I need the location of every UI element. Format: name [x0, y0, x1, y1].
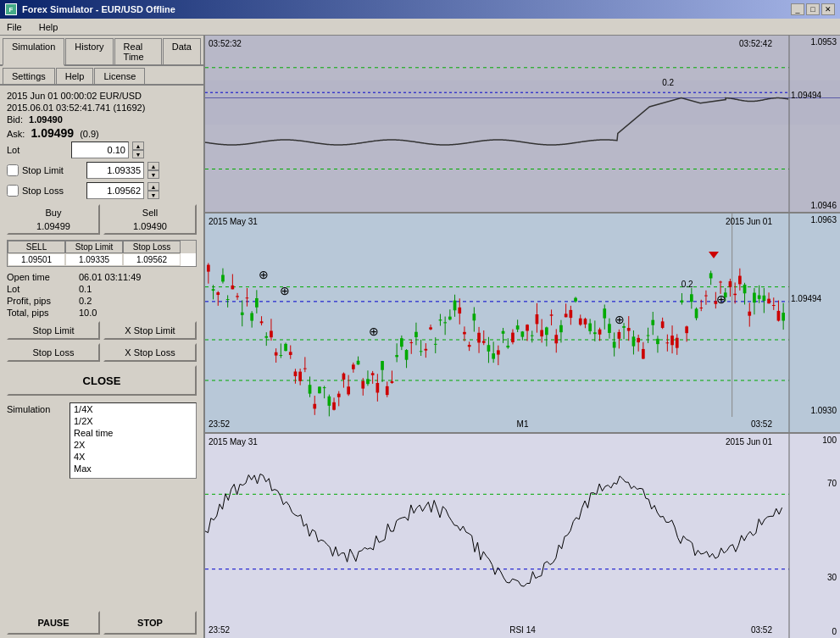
chart-bot-level-100: 100 [822, 436, 837, 445]
sell-button[interactable]: Sell 1.09490 [103, 204, 197, 235]
menu-bar: File Help [0, 19, 840, 36]
order-col-stoploss: Stop Loss [123, 241, 181, 253]
chart-bot-date-right: 2015 Jun 01 [726, 437, 772, 447]
bottom-buttons: PAUSE STOP [0, 607, 203, 638]
lot-row: Lot ▲ ▼ [7, 141, 197, 158]
stop-limit-label: Stop Limit [22, 165, 83, 175]
stop-loss-label: Stop Loss [22, 186, 83, 196]
buy-price: 1.09499 [36, 221, 70, 231]
chart-mid-date-left: 2015 May 31 [209, 217, 258, 226]
stop-limit-input[interactable] [86, 162, 144, 179]
chart-top: 03:52:32 03:52:42 1.0953 1.0946 [205, 36, 840, 214]
order-col-stoplimit: Stop Limit [65, 241, 123, 253]
opentime-value: 06.01 03:11:49 [79, 272, 141, 282]
ask-value: 1.09499 [31, 126, 74, 140]
chart-top-price-bot: 1.0946 [810, 201, 837, 210]
close-button[interactable]: CLOSE [7, 365, 197, 396]
maximize-button[interactable]: □ [806, 3, 820, 15]
profit-label: Profit, pips [7, 296, 79, 306]
date-pair-info: 2015 Jun 01 00:00:02 EUR/USD [7, 91, 197, 101]
speed-max[interactable]: Max [70, 463, 196, 474]
speed-12x[interactable]: 1/2X [70, 415, 196, 427]
chart-bot-level-30: 30 [827, 573, 837, 582]
order-sell-val: 1.09501 [8, 253, 65, 266]
chart-mid-time-center: M1 [517, 419, 529, 429]
chart-top-date-left: 03:52:32 [209, 39, 242, 48]
stop-limit-button[interactable]: Stop Limit [7, 321, 100, 340]
right-panel: 03:52:32 03:52:42 1.0953 1.0946 2015 May… [205, 36, 840, 638]
order-col-sell: SELL [8, 241, 65, 253]
stop-limit-up[interactable]: ▲ [147, 162, 159, 170]
stop-loss-button[interactable]: Stop Loss [7, 343, 100, 362]
menu-help[interactable]: Help [36, 21, 62, 33]
stop-loss-input[interactable] [86, 182, 144, 199]
simulation-row: Simulation 1/4X 1/2X Real time 2X 4X Max [7, 402, 197, 479]
chart-mid-date-right: 2015 Jun 01 [726, 217, 772, 226]
tab-simulation[interactable]: Simulation [3, 38, 64, 66]
chart-bot-level-0: 0 [832, 627, 837, 636]
speed-realtime[interactable]: Real time [70, 427, 196, 439]
close-window-button[interactable]: ✕ [821, 3, 835, 15]
chart-bot-level-70: 70 [827, 479, 837, 488]
buy-sell-row: Buy 1.09499 Sell 1.09490 [7, 204, 197, 235]
bid-row: Bid: 1.09490 [7, 114, 197, 125]
menu-file[interactable]: File [3, 21, 25, 33]
x-stop-loss-button[interactable]: X Stop Loss [103, 343, 197, 362]
profit-value: 0.2 [79, 296, 92, 306]
chart-mid-price-top: 1.0963 [810, 215, 837, 225]
chart-mid: 2015 May 31 2015 Jun 01 1.0963 1.0930 23… [205, 214, 840, 434]
tab-license[interactable]: License [94, 68, 145, 84]
chart-bot: 2015 May 31 2015 Jun 01 100 70 30 0 23:5… [205, 434, 840, 638]
lot-info-label: Lot [7, 284, 79, 294]
stop-loss-spinner[interactable]: ▲ ▼ [147, 182, 159, 199]
ask-row: Ask: 1.09499 (0.9) [7, 126, 197, 140]
buy-button[interactable]: Buy 1.09499 [7, 204, 100, 235]
trade-info-table: Open time 06.01 03:11:49 Lot 0.1 Profit,… [7, 272, 197, 318]
lot-label: Lot [7, 145, 68, 155]
stop-loss-row: Stop Loss ▲ ▼ [7, 182, 197, 199]
stop-limit-checkbox[interactable] [7, 164, 19, 176]
title-bar: F Forex Simulator - EUR/USD Offline _ □ … [0, 0, 840, 19]
lot-input[interactable] [71, 141, 129, 158]
stop-limit-spinner[interactable]: ▲ ▼ [147, 162, 159, 179]
chart-bot-time-left: 23:52 [209, 625, 230, 635]
lot-down[interactable]: ▼ [132, 150, 144, 158]
speed-4x[interactable]: 4X [70, 451, 196, 463]
chart-bot-indicator: RSI 14 [509, 625, 536, 635]
speed-2x[interactable]: 2X [70, 439, 196, 451]
stop-limit-down[interactable]: ▼ [147, 170, 159, 179]
simulation-label: Simulation [7, 402, 66, 414]
total-label: Total, pips [7, 308, 79, 318]
tab-history[interactable]: History [65, 38, 113, 64]
order-data-row: 1.09501 1.09335 1.09562 [8, 253, 196, 266]
lot-info-value: 0.1 [79, 284, 92, 294]
bid-label: Bid: [7, 114, 23, 125]
stop-limit-row: Stop Limit ▲ ▼ [7, 162, 197, 179]
chart-top-date-right: 03:52:42 [739, 39, 772, 48]
tab-data[interactable]: Data [163, 38, 201, 64]
pause-button[interactable]: PAUSE [7, 611, 100, 635]
sell-label: Sell [142, 208, 158, 218]
lot-spinner[interactable]: ▲ ▼ [132, 141, 144, 158]
chart-bot-time-right: 03:52 [751, 625, 772, 635]
tab-help[interactable]: Help [56, 68, 94, 84]
chart-mid-time-left: 23:52 [209, 419, 230, 429]
window-title: Forex Simulator - EUR/USD Offline [22, 4, 175, 14]
minimize-button[interactable]: _ [791, 3, 804, 15]
opentime-label: Open time [7, 272, 79, 282]
lot-up[interactable]: ▲ [132, 141, 144, 150]
timestamp-info: 2015.06.01 03:52:41.741 (11692) [7, 103, 197, 113]
action-btns-row1: Stop Limit X Stop Limit [7, 321, 197, 340]
stop-loss-checkbox[interactable] [7, 185, 19, 197]
tab-settings[interactable]: Settings [3, 68, 55, 84]
tab-realtime[interactable]: Real Time [114, 38, 162, 64]
speed-14x[interactable]: 1/4X [70, 403, 196, 415]
order-table: SELL Stop Limit Stop Loss 1.09501 1.0933… [7, 240, 197, 267]
stop-loss-down[interactable]: ▼ [147, 191, 159, 199]
order-stoplimit-val: 1.09335 [65, 253, 123, 266]
sell-price: 1.09490 [133, 221, 167, 231]
stop-button[interactable]: STOP [103, 611, 197, 635]
x-stop-limit-button[interactable]: X Stop Limit [103, 321, 197, 340]
simulation-speed-list[interactable]: 1/4X 1/2X Real time 2X 4X Max [70, 402, 197, 479]
stop-loss-up[interactable]: ▲ [147, 182, 159, 191]
